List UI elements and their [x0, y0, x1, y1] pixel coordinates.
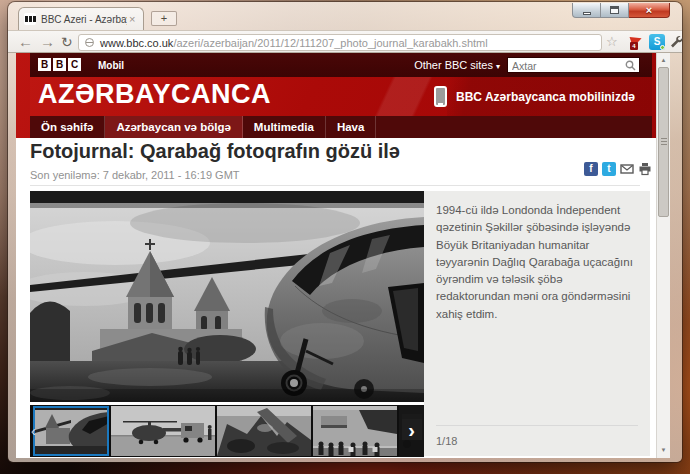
photo-caption: 1994-cü ildə Londonda İndependent qəzeti… [436, 202, 636, 323]
header-divider [30, 185, 640, 186]
panel-divider [436, 425, 638, 426]
extension-badge: 4 [630, 42, 638, 50]
twitter-share-icon[interactable]: t [602, 162, 616, 176]
thumbnail-3-wreckage[interactable] [217, 406, 311, 456]
browser-tab[interactable]: BBC Azeri - Azərbaycan və b × [18, 7, 144, 30]
caption-panel: 1994-cü ildə Londonda İndependent qəzeti… [424, 191, 650, 456]
nav-item-azerbaycan-ve-bolge[interactable]: Azərbaycan və bölgə [105, 116, 242, 138]
search-box [507, 57, 640, 73]
maximize-button[interactable] [601, 3, 629, 18]
forward-button[interactable]: → [40, 33, 55, 51]
last-updated: Son yeniləmə: 7 dekabr, 2011 - 16:19 GMT [30, 169, 240, 181]
tab-close-icon[interactable]: × [129, 14, 135, 24]
main-photo-helicopter-church[interactable] [30, 191, 424, 402]
scrollbar-thumb[interactable] [658, 67, 669, 217]
search-input[interactable] [512, 59, 620, 72]
url-text: www.bbc.co.uk/azeri/azerbaijan/2011/12/1… [100, 37, 488, 49]
url-host: www.bbc.co.uk [100, 37, 173, 49]
nav-item-multimedia[interactable]: Multimedia [243, 116, 326, 138]
scroll-up-icon[interactable]: ▲ [657, 54, 670, 67]
bbc-logo-c: C [68, 58, 81, 71]
thumbnail-1-helicopter-church-selected[interactable] [33, 406, 109, 456]
photo-counter: 1/18 [436, 435, 457, 447]
browser-toolbar: ← → ↻ www.bbc.co.uk/azeri/azerbaijan/201… [8, 30, 682, 53]
wrench-icon [668, 34, 683, 49]
bbc-favicon-icon [24, 13, 36, 25]
prev-photo-arrow[interactable]: ‹ [31, 405, 36, 457]
site-header: B B C Mobil Other BBC sites▾ AZƏRBAYCANC… [30, 53, 652, 138]
thumbnail-strip: ‹ [30, 405, 424, 457]
thumbnail-4-damaged-building-crowd[interactable] [313, 406, 397, 456]
page-viewport: B B C Mobil Other BBC sites▾ AZƏRBAYCANC… [16, 53, 670, 458]
address-bar[interactable]: www.bbc.co.uk/azeri/azerbaijan/2011/12/1… [78, 34, 602, 51]
window-controls: × [572, 3, 670, 18]
next-photo-arrow[interactable]: › [399, 405, 424, 457]
mobile-phone-icon [434, 86, 447, 107]
brand-banner: AZƏRBAYCANCA BBC Azərbaycanca mobilinizd… [30, 77, 652, 116]
extension-rss-button[interactable]: 4 [629, 34, 645, 50]
bbc-logo-b2: B [53, 58, 66, 71]
chevron-down-icon: ▾ [496, 62, 500, 71]
site-nav: Ön səhifə Azərbaycan və bölgə Multimedia… [30, 116, 652, 138]
bbc-logo-b1: B [38, 58, 51, 71]
skype-presence-dot [660, 45, 665, 50]
close-icon: × [646, 4, 652, 17]
mobil-link[interactable]: Mobil [98, 60, 124, 71]
other-bbc-sites-label: Other BBC sites [414, 59, 493, 71]
mobile-promo-label: BBC Azərbaycanca mobilinizdə [456, 90, 635, 104]
share-toolbar: f t [584, 162, 652, 176]
tab-title: BBC Azeri - Azərbaycan və b [41, 14, 127, 25]
scroll-down-icon[interactable]: ▼ [657, 444, 670, 457]
reload-button[interactable]: ↻ [61, 33, 73, 51]
bookmark-star-icon[interactable]: ☆ [606, 34, 618, 49]
settings-wrench-button[interactable] [668, 34, 684, 50]
browser-window: BBC Azeri - Azərbaycan və b × + × ← → ↻ … [8, 2, 682, 462]
photo-illustration [30, 191, 424, 402]
minimize-icon [583, 12, 591, 15]
print-icon[interactable] [638, 162, 652, 176]
bbc-page: B B C Mobil Other BBC sites▾ AZƏRBAYCANC… [16, 53, 656, 458]
page-scrollbar[interactable]: ▲ ▼ [656, 53, 670, 458]
new-tab-button[interactable]: + [151, 11, 177, 26]
email-share-icon[interactable] [620, 162, 634, 176]
nav-item-on-sehife[interactable]: Ön səhifə [30, 116, 105, 138]
back-button[interactable]: ← [18, 33, 33, 51]
mobile-promo-link[interactable]: BBC Azərbaycanca mobilinizdə [434, 77, 635, 116]
maximize-icon [610, 6, 619, 14]
article-content: Fotojurnal: Qarabağ fotoqrafın gözü ilə … [16, 138, 656, 458]
bbc-top-bar: B B C Mobil Other BBC sites▾ [30, 53, 652, 77]
minimize-button[interactable] [572, 3, 601, 18]
bbc-logo[interactable]: B B C [38, 58, 81, 71]
page-title: Fotojurnal: Qarabağ fotoqrafın gözü ilə [30, 140, 400, 163]
thumbnail-2-helicopter-airfield[interactable] [111, 406, 215, 456]
facebook-share-icon[interactable]: f [584, 162, 598, 176]
nav-item-hava[interactable]: Hava [326, 116, 377, 138]
close-button[interactable]: × [629, 3, 670, 18]
other-bbc-sites-dropdown[interactable]: Other BBC sites▾ [414, 59, 500, 71]
brand-title: AZƏRBAYCANCA [38, 79, 271, 110]
url-path: /azeri/azerbaijan/2011/12/111207_photo_j… [173, 37, 487, 49]
page-icon [85, 38, 94, 47]
search-icon[interactable] [625, 60, 636, 71]
